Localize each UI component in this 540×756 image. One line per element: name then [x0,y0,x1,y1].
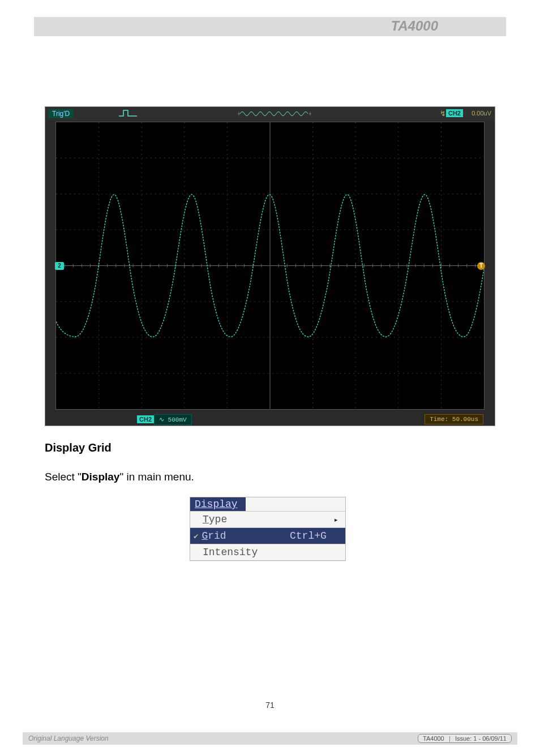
menu-item-label: Grid [202,530,290,542]
footer-bar: Original Language Version TA4000 Issue: … [23,732,517,745]
menu-item-type[interactable]: Type ▸ [190,511,345,527]
scope-waveform-area: 2 T [55,122,485,410]
footer-issue: Issue: 1 - 06/09/11 [455,735,507,742]
menu-item-shortcut: Ctrl+G [290,530,338,542]
display-menu-screenshot: Display Type ▸ ✔ Grid Ctrl+G Intensity [190,497,346,561]
product-model: TA4000 [391,18,438,34]
menu-title-row: Display [190,497,345,511]
header-bar: TA4000 [34,17,506,36]
menu-title-text: isplay [201,499,238,510]
footer-right-box: TA4000 Issue: 1 - 06/09/11 [418,734,512,743]
menu-item-intensity[interactable]: Intensity [190,544,345,560]
scope-bottom-bar: CH2 ∿ 500mV Time: 50.00us [45,413,495,426]
sentence-pre: Select " [45,471,82,483]
trigger-edge-icon: ↯ [440,109,446,118]
ch2-scale-value: ∿ 500mV [154,414,192,425]
sentence-bold: Display [82,471,120,483]
trigger-status: Trig'D [49,109,73,118]
channel-2-marker: 2 [55,262,64,270]
check-icon: ✔ [194,531,198,541]
footer-model: TA4000 [423,735,444,742]
menu-item-label: Intensity [203,547,338,558]
oscilloscope-screenshot: Trig'D ↯ CH2 0.00uV T [45,106,495,426]
timebase-value: Time: 50.00us [425,414,483,424]
scope-top-bar: Trig'D ↯ CH2 0.00uV [45,107,495,121]
menu-item-label: Type [203,514,327,525]
footer-separator [449,736,450,742]
menu-title[interactable]: Display [190,497,246,511]
pulse-icon [118,109,138,119]
page-number: 71 [0,701,540,710]
ch2-badge-top: CH2 [446,109,463,117]
submenu-arrow-icon: ▸ [327,515,338,525]
trigger-level-value: 0.00uV [472,110,491,117]
body-sentence: Select "Display" in main menu. [45,471,194,483]
waveform-preview-icon [238,109,311,118]
footer-left-text: Original Language Version [28,734,109,742]
menu-item-grid[interactable]: ✔ Grid Ctrl+G [190,527,345,544]
sentence-post: " in main menu. [119,471,194,483]
ch2-badge-bottom: CH2 [137,415,154,423]
section-heading: Display Grid [45,441,112,454]
trigger-level-marker: T [477,262,485,270]
